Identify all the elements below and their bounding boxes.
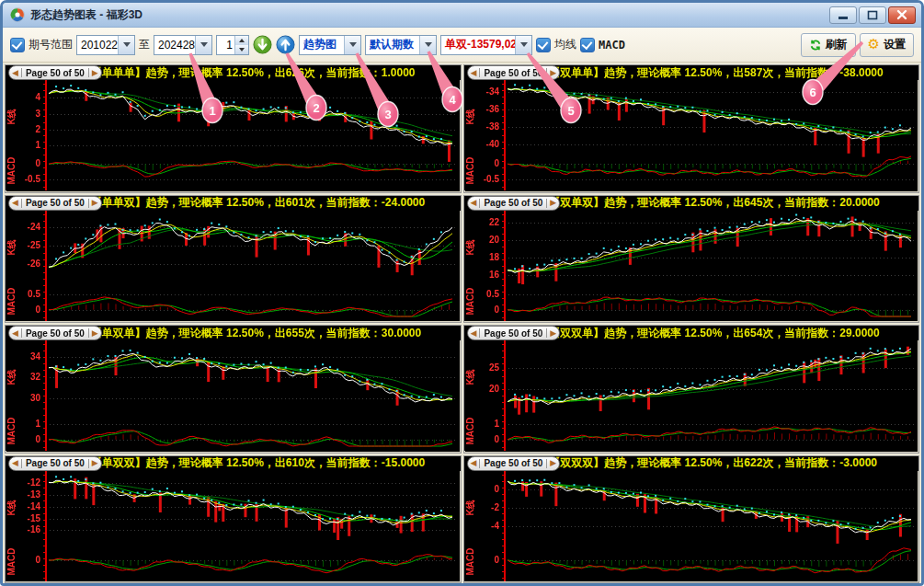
title-bar[interactable]: 形态趋势图表 - 福彩3D [3,3,921,28]
chevron-down-icon[interactable] [515,36,531,54]
page-next-icon[interactable]: ▶ [89,459,101,467]
chart-title: 【单双双】趋势，理论概率 12.50%，出610次，当前指数：-15.0000 [91,455,425,471]
page-prev-icon[interactable]: ◀ [9,199,21,207]
chart-title: 【双双双】趋势，理论概率 12.50%，出622次，当前指数：-3.0000 [549,455,877,471]
macd-checkbox[interactable] [580,38,595,52]
page-prev-icon[interactable]: ◀ [468,329,480,338]
page-prev-icon[interactable]: ◀ [9,329,21,338]
pattern-value: 单双-13579,02 [441,37,515,52]
period-preset-value: 默认期数 [366,37,419,52]
page-prev-icon[interactable]: ◀ [9,69,21,77]
page-next-icon[interactable]: ▶ [547,69,559,77]
minimize-button[interactable] [829,6,857,24]
chart-title: 【双单单】趋势，理论概率 12.50%，出587次，当前指数：-38.0000 [549,65,883,81]
app-icon [10,7,25,22]
chevron-down-icon[interactable] [195,36,211,54]
chart-header: ◀ Page 50 of 50 ▶ 【单单双】趋势，理论概率 12.50%，出6… [6,196,461,211]
page-indicator: Page 50 of 50 [22,458,88,468]
page-navigation[interactable]: ◀ Page 50 of 50 ▶ [8,456,102,471]
chart-panel: ◀ Page 50 of 50 ▶ 【单双单】趋势，理论概率 12.50%，出6… [5,325,462,454]
refresh-label: 刷新 [826,37,848,52]
chart-header: ◀ Page 50 of 50 ▶ 【双双单】趋势，理论概率 12.50%，出6… [464,326,919,340]
chart-panel: ◀ Page 50 of 50 ▶ 【双单双】趋势，理论概率 12.50%，出6… [463,195,920,324]
chevron-down-icon[interactable] [419,36,436,54]
macd-label: MACD [599,39,625,52]
page-navigation[interactable]: ◀ Page 50 of 50 ▶ [8,65,102,80]
range-label: 期号范围 [29,37,73,52]
spin-down-icon[interactable] [235,45,248,54]
chart-header: ◀ Page 50 of 50 ▶ 【单单单】趋势，理论概率 12.50%，出6… [6,65,461,80]
chart-header: ◀ Page 50 of 50 ▶ 【单双双】趋势，理论概率 12.50%，出6… [6,456,461,471]
chart-panel: ◀ Page 50 of 50 ▶ 【双双单】趋势，理论概率 12.50%，出6… [463,325,920,454]
window-title: 形态趋势图表 - 福彩3D [30,7,143,23]
step-spinner[interactable]: 1 [216,35,249,55]
page-navigation[interactable]: ◀ Page 50 of 50 ▶ [467,65,561,80]
page-next-icon[interactable]: ▶ [547,459,559,467]
chart-panel: ◀ Page 50 of 50 ▶ 【双双双】趋势，理论概率 12.50%，出6… [463,455,920,584]
chart-plot [464,340,918,451]
chart-type-combobox[interactable]: 趋势图 [299,35,361,55]
maximize-button[interactable] [859,6,886,24]
page-next-icon[interactable]: ▶ [89,199,101,207]
page-next-icon[interactable]: ▶ [547,199,559,207]
page-indicator: Page 50 of 50 [480,68,546,78]
chart-title: 【双单双】趋势，理论概率 12.50%，出645次，当前指数：20.0000 [549,195,879,211]
close-button[interactable] [888,6,916,24]
ma-label: 均线 [554,37,576,52]
page-prev-icon[interactable]: ◀ [468,199,480,207]
chart-title: 【单单双】趋势，理论概率 12.50%，出601次，当前指数：-24.0000 [91,195,425,211]
to-label: 至 [139,37,150,52]
range-from-combobox[interactable]: 2010228 [76,35,135,55]
page-navigation[interactable]: ◀ Page 50 of 50 ▶ [467,456,561,471]
minimize-icon [837,9,850,20]
page-navigation[interactable]: ◀ Page 50 of 50 ▶ [8,196,102,211]
chart-title: 【双双单】趋势，理论概率 12.50%，出654次，当前指数：29.0000 [549,326,879,341]
chart-title: 【单双单】趋势，理论概率 12.50%，出655次，当前指数：30.0000 [91,326,421,341]
gear-icon: ⚙ [868,38,880,52]
page-indicator: Page 50 of 50 [22,328,88,339]
page-indicator: Page 50 of 50 [480,198,546,208]
close-icon [895,9,908,20]
page-navigation[interactable]: ◀ Page 50 of 50 ▶ [467,326,561,340]
chart-type-value: 趋势图 [300,37,344,52]
chart-header: ◀ Page 50 of 50 ▶ 【双单单】趋势，理论概率 12.50%，出5… [464,65,919,80]
spin-up-icon[interactable] [235,36,248,45]
refresh-button[interactable]: 刷新 [801,33,856,57]
ma-checkbox[interactable] [536,38,551,52]
page-indicator: Page 50 of 50 [480,458,546,468]
chart-plot [464,471,918,581]
settings-button[interactable]: ⚙ 设置 [860,33,914,57]
page-prev-icon[interactable]: ◀ [9,459,21,467]
range-from-value: 2010228 [77,39,118,52]
range-to-combobox[interactable]: 2024287 [154,35,212,55]
chart-plot [6,471,459,581]
chart-panel: ◀ Page 50 of 50 ▶ 【单双双】趋势，理论概率 12.50%，出6… [5,455,462,584]
page-next-icon[interactable]: ▶ [547,329,559,338]
chart-panel: ◀ Page 50 of 50 ▶ 【单单单】趋势，理论概率 12.50%，出6… [5,64,462,193]
chevron-down-icon[interactable] [118,36,134,54]
pattern-combobox[interactable]: 单双-13579,02 [440,35,532,55]
page-prev-icon[interactable]: ◀ [468,459,480,467]
page-navigation[interactable]: ◀ Page 50 of 50 ▶ [8,326,102,340]
page-next-icon[interactable]: ▶ [89,329,101,338]
page-indicator: Page 50 of 50 [22,198,88,208]
step-value: 1 [217,36,234,54]
refresh-icon [809,39,822,52]
range-to-value: 2024287 [154,39,195,52]
settings-label: 设置 [884,37,906,52]
page-navigation[interactable]: ◀ Page 50 of 50 ▶ [467,196,561,211]
chart-plot [6,340,459,451]
page-next-icon[interactable]: ▶ [89,69,101,77]
toolbar: 期号范围 2010228 至 2024287 1 趋势图 [3,28,921,63]
chart-panel: ◀ Page 50 of 50 ▶ 【单单双】趋势，理论概率 12.50%，出6… [5,195,462,324]
charts-grid: ◀ Page 50 of 50 ▶ 【单单单】趋势，理论概率 12.50%，出6… [3,63,921,585]
next-period-button[interactable] [276,35,295,54]
range-checkbox[interactable] [10,38,25,52]
prev-period-button[interactable] [253,35,272,54]
period-preset-combobox[interactable]: 默认期数 [365,35,437,55]
page-prev-icon[interactable]: ◀ [468,69,480,77]
chart-plot [6,211,459,321]
chevron-down-icon[interactable] [344,36,360,54]
chart-plot [6,80,459,190]
chart-header: ◀ Page 50 of 50 ▶ 【单双单】趋势，理论概率 12.50%，出6… [6,326,461,340]
